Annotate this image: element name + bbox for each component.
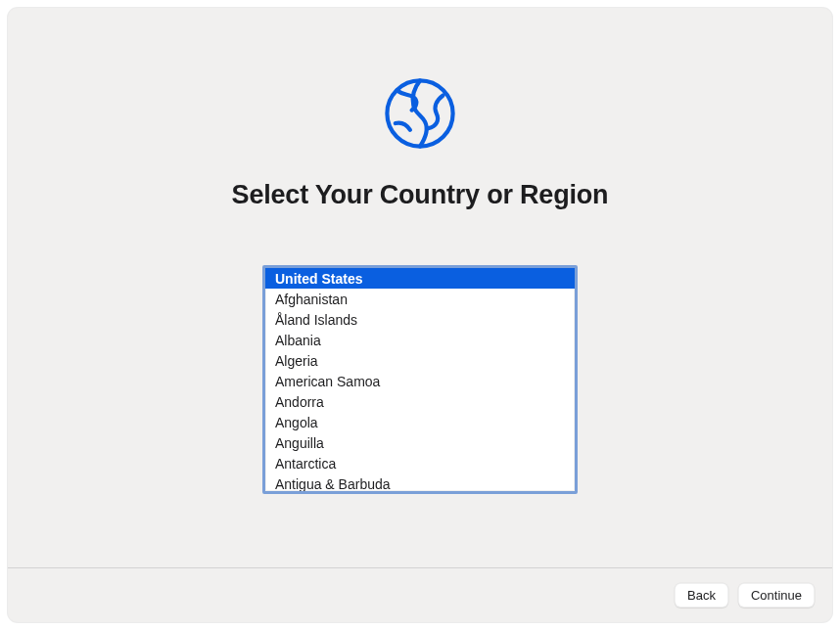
back-button[interactable]: Back: [675, 583, 728, 608]
list-item[interactable]: Albania: [265, 330, 575, 350]
list-item[interactable]: Andorra: [265, 391, 575, 412]
list-item[interactable]: United States: [265, 268, 575, 289]
list-item[interactable]: Afghanistan: [265, 289, 575, 309]
content-area: Select Your Country or Region United Sta…: [8, 8, 832, 567]
list-item[interactable]: Anguilla: [265, 432, 575, 453]
footer-bar: Back Continue: [8, 567, 832, 622]
list-item[interactable]: Åland Islands: [265, 309, 575, 330]
list-item[interactable]: American Samoa: [265, 371, 575, 391]
list-item[interactable]: Antigua & Barbuda: [265, 473, 575, 494]
page-title: Select Your Country or Region: [232, 180, 609, 210]
list-item[interactable]: Algeria: [265, 350, 575, 371]
country-listbox[interactable]: United StatesAfghanistanÅland IslandsAlb…: [262, 265, 578, 494]
setup-window: Select Your Country or Region United Sta…: [8, 8, 832, 622]
globe-icon: [379, 72, 461, 155]
list-item[interactable]: Angola: [265, 412, 575, 432]
list-item[interactable]: Antarctica: [265, 453, 575, 473]
continue-button[interactable]: Continue: [738, 583, 815, 608]
